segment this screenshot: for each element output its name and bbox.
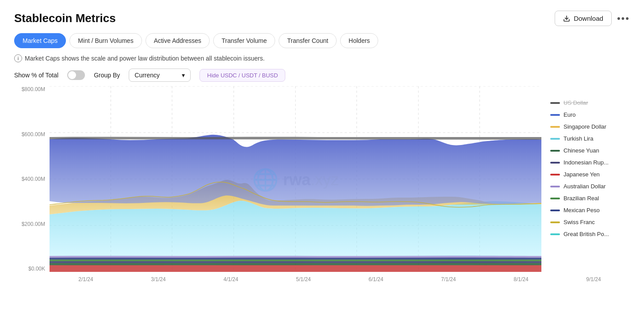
y-axis: $800.00M $600.00M $400.00M $200.00M $0.0…	[14, 86, 50, 272]
legend-color-jpy	[550, 174, 560, 175]
y-label-0: $0.00K	[14, 266, 45, 272]
legend-label-try: Turkish Lira	[564, 135, 593, 142]
x-label-0: 2/1/24	[78, 276, 93, 282]
legend-label-chf: Swiss Franc	[564, 219, 595, 225]
legend-us-dollar: US Dollar	[550, 99, 630, 106]
legend-color-try	[550, 138, 560, 140]
info-icon: i	[14, 54, 22, 62]
chart-svg-container: 🌐 rwa.xyz	[50, 86, 541, 274]
legend-color-aud	[550, 186, 560, 187]
chevron-down-icon: ▾	[182, 72, 185, 79]
legend-color-chf	[550, 221, 560, 223]
info-text: Market Caps shows the scale and power la…	[25, 55, 264, 62]
chart-area: $800.00M $600.00M $400.00M $200.00M $0.0…	[14, 86, 630, 274]
legend-label-gbp: Great British Po...	[564, 231, 609, 237]
legend-label-sgd: Singapore Dollar	[564, 123, 606, 130]
download-icon	[563, 15, 570, 22]
more-options-button[interactable]: •••	[617, 13, 630, 24]
x-axis: 2/1/24 3/1/24 4/1/24 5/1/24 6/1/24 7/1/2…	[14, 274, 630, 282]
legend-label-idr: Indonesian Rup...	[564, 159, 609, 166]
legend-color-us-dollar	[550, 102, 560, 104]
tabs-row: Market Caps Mint / Burn Volumes Active A…	[14, 33, 630, 48]
legend-color-cny	[550, 150, 560, 152]
group-by-value: Currency	[134, 72, 160, 79]
y-label-800: $800.00M	[14, 86, 45, 92]
legend-turkish-lira: Turkish Lira	[550, 135, 630, 142]
download-button[interactable]: Download	[555, 11, 612, 26]
show-pct-toggle[interactable]	[67, 70, 85, 80]
group-by-select[interactable]: Currency ▾	[129, 69, 191, 82]
controls-row: Show % of Total Group By Currency ▾ Hide…	[14, 69, 630, 82]
info-row: i Market Caps shows the scale and power …	[14, 54, 630, 62]
legend-label-cny: Chinese Yuan	[564, 147, 599, 154]
x-label-1: 3/1/24	[151, 276, 165, 282]
chart-svg	[50, 86, 541, 272]
legend-gbp: Great British Po...	[550, 231, 630, 237]
legend-label-us-dollar: US Dollar	[564, 99, 588, 106]
legend-brazilian-real: Brazilian Real	[550, 195, 630, 202]
legend-chinese-yuan: Chinese Yuan	[550, 147, 630, 154]
legend-label-aud: Australian Dollar	[564, 183, 606, 190]
legend-label-jpy: Japanese Yen	[564, 171, 600, 178]
tab-market-caps[interactable]: Market Caps	[14, 33, 66, 48]
legend-mexican-peso: Mexican Peso	[550, 207, 630, 214]
hide-usdc-button[interactable]: Hide USDC / USDT / BUSD	[199, 69, 285, 82]
x-label-7: 9/1/24	[586, 276, 601, 282]
header-actions: Download •••	[555, 11, 630, 26]
legend-color-gbp	[550, 233, 560, 235]
legend-swiss-franc: Swiss Franc	[550, 219, 630, 225]
legend: US Dollar Euro Singapore Dollar Turkish …	[541, 86, 630, 274]
x-label-2: 4/1/24	[223, 276, 238, 282]
x-label-4: 6/1/24	[368, 276, 383, 282]
legend-color-idr	[550, 162, 560, 164]
y-label-200: $200.00M	[14, 221, 45, 227]
legend-label-mxn: Mexican Peso	[564, 207, 600, 214]
page-title: Stablecoin Metrics	[14, 11, 116, 25]
y-label-400: $400.00M	[14, 176, 45, 182]
x-label-3: 5/1/24	[296, 276, 310, 282]
legend-color-euro	[550, 114, 560, 116]
group-by-label: Group By	[94, 72, 120, 79]
download-label: Download	[574, 15, 603, 22]
tab-active-addresses[interactable]: Active Addresses	[146, 33, 210, 48]
x-label-5: 7/1/24	[441, 276, 456, 282]
legend-label-brl: Brazilian Real	[564, 195, 599, 202]
x-label-6: 8/1/24	[514, 276, 528, 282]
tab-mint-burn[interactable]: Mint / Burn Volumes	[69, 33, 142, 48]
tab-holders[interactable]: Holders	[340, 33, 378, 48]
legend-australian-dollar: Australian Dollar	[550, 183, 630, 190]
legend-japanese-yen: Japanese Yen	[550, 171, 630, 178]
legend-euro: Euro	[550, 111, 630, 118]
legend-label-euro: Euro	[564, 111, 575, 118]
legend-color-mxn	[550, 210, 560, 211]
y-label-600: $600.00M	[14, 131, 45, 137]
tab-transfer-count[interactable]: Transfer Count	[279, 33, 337, 48]
legend-color-sgd	[550, 126, 560, 128]
legend-color-brl	[550, 198, 560, 199]
tab-transfer-volume[interactable]: Transfer Volume	[213, 33, 275, 48]
legend-indonesian-rupiah: Indonesian Rup...	[550, 159, 630, 166]
show-pct-label: Show % of Total	[14, 72, 58, 79]
legend-singapore-dollar: Singapore Dollar	[550, 123, 630, 130]
